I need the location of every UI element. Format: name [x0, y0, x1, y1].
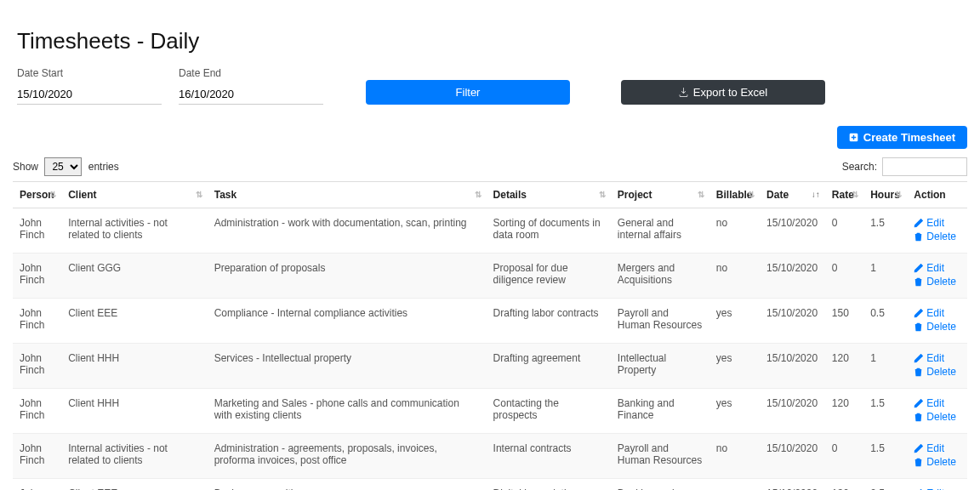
delete-link[interactable]: Delete: [914, 231, 960, 242]
sort-icon: ⇅: [196, 191, 202, 198]
download-icon: [679, 88, 688, 97]
delete-link[interactable]: Delete: [914, 411, 960, 423]
date-end-input[interactable]: [179, 83, 323, 105]
pencil-icon: [914, 444, 923, 453]
table-row: John FinchClient HHHMarketing and Sales …: [13, 389, 967, 434]
edit-link[interactable]: Edit: [914, 307, 960, 319]
cell-client: Client HHH: [61, 344, 208, 389]
cell-hours: 1.5: [863, 434, 907, 479]
cell-client: Client EEE: [61, 299, 208, 344]
cell-details: Drafting labor contracts: [487, 299, 611, 344]
trash-icon: [914, 232, 923, 242]
col-details[interactable]: Details⇅: [487, 182, 611, 208]
delete-link[interactable]: Delete: [914, 276, 960, 288]
table-row: John FinchClient HHHServices - Intellect…: [13, 344, 967, 389]
table-row: John FinchInternal activities - not rela…: [13, 208, 967, 254]
trash-icon: [914, 413, 923, 422]
sort-icon: ↓↑: [812, 191, 820, 198]
cell-rate: 120: [825, 344, 863, 389]
top-actions: Create Timesheet: [13, 126, 967, 149]
cell-project: Banking and Finance: [611, 389, 709, 434]
pencil-icon: [914, 219, 923, 228]
edit-link[interactable]: Edit: [914, 442, 960, 454]
cell-rate: 120: [825, 389, 863, 434]
pencil-icon: [914, 399, 923, 408]
edit-link[interactable]: Edit: [914, 262, 960, 274]
cell-action: EditDelete: [907, 389, 967, 434]
cell-client: Client GGG: [61, 254, 208, 299]
col-billable[interactable]: Billable⇅: [709, 182, 760, 208]
trash-icon: [914, 368, 923, 377]
cell-project: General and internal affairs: [611, 208, 709, 254]
entries-select[interactable]: 25: [44, 157, 82, 176]
edit-link[interactable]: Edit: [914, 352, 960, 364]
sort-icon: ⇅: [852, 191, 858, 198]
cell-hours: 1.5: [863, 208, 907, 254]
cell-client: Internal activities - not related to cli…: [61, 434, 208, 479]
col-action: Action: [907, 182, 967, 208]
delete-link[interactable]: Delete: [914, 456, 960, 468]
search-box: Search:: [842, 157, 967, 176]
cell-date: 15/10/2020: [760, 389, 825, 434]
sort-icon: ⇅: [49, 191, 56, 198]
edit-link[interactable]: Edit: [914, 217, 960, 229]
sort-icon: ⇅: [475, 191, 481, 198]
date-start-input[interactable]: [17, 83, 162, 105]
filter-button[interactable]: Filter: [366, 80, 570, 105]
cell-task: Administration - work with documentation…: [208, 208, 487, 254]
cell-person: John Finch: [13, 254, 61, 299]
col-hours[interactable]: Hours⇅: [863, 182, 907, 208]
cell-date: 15/10/2020: [760, 344, 825, 389]
date-start-label: Date Start: [17, 67, 162, 79]
cell-person: John Finch: [13, 479, 61, 491]
cell-rate: 0: [825, 434, 863, 479]
sort-icon: ⇅: [599, 191, 606, 198]
show-label: Show: [13, 161, 38, 173]
pencil-icon: [914, 309, 923, 318]
col-project[interactable]: Project⇅: [611, 182, 709, 208]
entries-label: entries: [88, 161, 119, 173]
cell-person: John Finch: [13, 344, 61, 389]
col-client[interactable]: Client⇅: [61, 182, 208, 208]
cell-date: 15/10/2020: [760, 254, 825, 299]
cell-person: John Finch: [13, 389, 61, 434]
cell-billable: yes: [709, 344, 760, 389]
table-controls: Show 25 entries Search:: [13, 157, 967, 176]
date-end-label: Date End: [179, 67, 323, 79]
pencil-icon: [914, 264, 923, 273]
cell-person: John Finch: [13, 434, 61, 479]
export-button[interactable]: Export to Excel: [621, 80, 825, 105]
col-date[interactable]: Date↓↑: [760, 182, 825, 208]
timesheets-table: Person⇅ Client⇅ Task⇅ Details⇅ Project⇅ …: [13, 181, 967, 490]
search-input[interactable]: [882, 157, 967, 176]
delete-link[interactable]: Delete: [914, 321, 960, 333]
cell-details: Internal contracts: [487, 434, 611, 479]
cell-project: Banking and Finance: [611, 479, 709, 491]
cell-client: Client HHH: [61, 389, 208, 434]
cell-rate: 150: [825, 299, 863, 344]
cell-action: EditDelete: [907, 208, 967, 254]
cell-task: Compliance - Internal compliance activit…: [208, 299, 487, 344]
date-start-group: Date Start: [17, 67, 162, 105]
cell-billable: yes: [709, 389, 760, 434]
cell-date: 15/10/2020: [760, 434, 825, 479]
table-row: John FinchInternal activities - not rela…: [13, 434, 967, 479]
page-title: Timesheets - Daily: [17, 28, 967, 54]
cell-task: Marketing and Sales - phone calls and co…: [208, 389, 487, 434]
cell-date: 15/10/2020: [760, 479, 825, 491]
cell-person: John Finch: [13, 208, 61, 254]
cell-action: EditDelete: [907, 434, 967, 479]
col-task[interactable]: Task⇅: [208, 182, 487, 208]
cell-project: Payroll and Human Resources: [611, 434, 709, 479]
cell-person: John Finch: [13, 299, 61, 344]
delete-link[interactable]: Delete: [914, 366, 960, 378]
col-person[interactable]: Person⇅: [13, 182, 61, 208]
cell-action: EditDelete: [907, 479, 967, 491]
cell-rate: 0: [825, 254, 863, 299]
create-timesheet-button[interactable]: Create Timesheet: [837, 126, 967, 149]
sort-icon: ⇅: [748, 191, 755, 198]
col-rate[interactable]: Rate⇅: [825, 182, 863, 208]
cell-details: Contacting the prospects: [487, 389, 611, 434]
edit-link[interactable]: Edit: [914, 397, 960, 409]
cell-billable: no: [709, 434, 760, 479]
